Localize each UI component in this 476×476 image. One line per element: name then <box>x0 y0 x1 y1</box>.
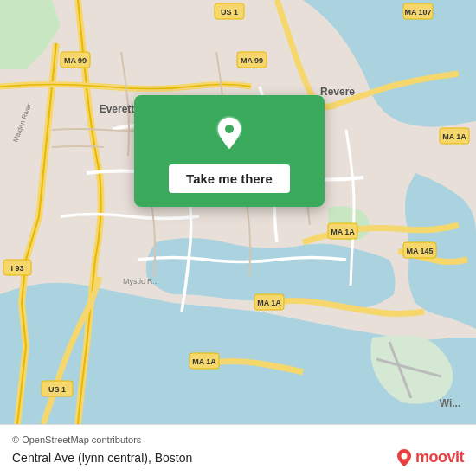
popup-card: Take me there <box>134 95 325 207</box>
map-container[interactable]: US 1 MA 107 MA 99 MA 99 MA 1A MA 1A MA 1… <box>0 0 476 424</box>
svg-text:I 93: I 93 <box>10 264 23 273</box>
svg-text:MA 107: MA 107 <box>404 8 431 16</box>
svg-text:MA 1A: MA 1A <box>192 357 216 366</box>
svg-text:Revere: Revere <box>320 86 355 98</box>
svg-text:MA 99: MA 99 <box>64 56 87 65</box>
svg-text:US 1: US 1 <box>221 8 238 16</box>
svg-text:MA 99: MA 99 <box>241 56 263 65</box>
moovit-brand-text: moovit <box>415 448 464 466</box>
svg-text:MA 1A: MA 1A <box>331 228 355 236</box>
moovit-pin-icon <box>396 448 412 467</box>
location-name: Central Ave (lynn central), Boston <box>12 451 192 465</box>
moovit-logo: moovit <box>396 448 464 467</box>
svg-text:Wi...: Wi... <box>440 397 461 409</box>
bottom-bar: © OpenStreetMap contributors Central Ave… <box>0 424 476 476</box>
svg-point-32 <box>225 125 234 133</box>
map-background: US 1 MA 107 MA 99 MA 99 MA 1A MA 1A MA 1… <box>0 0 476 424</box>
svg-text:MA 1A: MA 1A <box>257 299 281 307</box>
svg-text:Everett: Everett <box>100 103 135 115</box>
location-row: Central Ave (lynn central), Boston moovi… <box>12 448 464 467</box>
svg-text:Mystic R...: Mystic R... <box>123 277 159 286</box>
svg-text:MA 1A: MA 1A <box>442 132 466 141</box>
svg-text:MA 145: MA 145 <box>406 247 433 255</box>
svg-text:US 1: US 1 <box>48 385 66 394</box>
svg-point-33 <box>401 453 407 459</box>
popup-green-section: Take me there <box>134 95 325 207</box>
map-attribution: © OpenStreetMap contributors <box>12 434 464 445</box>
location-pin-icon <box>212 116 247 151</box>
take-me-there-button[interactable]: Take me there <box>169 164 290 193</box>
